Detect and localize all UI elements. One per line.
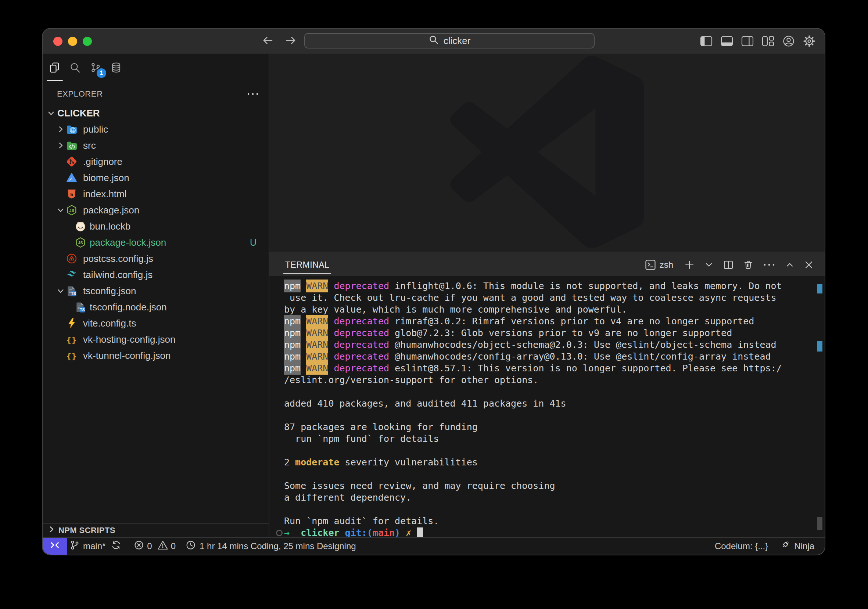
ninja-text: Ninja [794,541,814,551]
tailwind-icon [65,269,78,281]
terminal-line-9: /eslint.org/version-support for other op… [284,374,825,386]
tree-item-tailwind-config-js[interactable]: tailwind.config.js [43,267,269,283]
time-tracking-status-item[interactable]: 1 hr 14 mins Coding, 25 mins Designing [185,539,356,553]
tree-item-vk-hosting-config-json[interactable]: {}vk-hosting-config.json [43,331,269,348]
terminal-line-14: run `npm fund` for details [284,433,825,445]
terminal-icon [645,259,656,270]
tree-item-package-json[interactable]: JSpackage.json [43,202,269,218]
tree-root-clicker[interactable]: CLICKER [43,105,269,121]
tree-item-label: package.json [83,205,139,216]
svg-text:5: 5 [70,192,73,197]
plug-icon [780,539,791,553]
kill-terminal-icon[interactable] [743,260,753,270]
tab-terminal[interactable]: TERMINAL [285,260,329,270]
codeium-text: Codeium: {...} [715,541,768,551]
tree-item-label: vite.config.ts [83,318,136,329]
command-decoration-dot[interactable] [276,530,283,536]
biome-icon [65,172,78,184]
tree-item-label: public [83,124,108,135]
terminal-cursor [417,527,423,537]
terminal-line-8: npm WARN deprecated eslint@8.57.1: This … [284,363,825,374]
split-terminal-icon[interactable] [723,260,733,270]
tree-item-tsconfig-node-json[interactable]: TStsconfig.node.json [43,299,269,315]
git-icon [65,156,78,167]
close-window-button[interactable] [53,37,62,46]
editor-and-panel: TERMINAL zsh npm WARN deprecated infligh… [270,54,825,537]
postcss-icon [65,253,78,264]
toggle-secondary-sidebar-icon[interactable] [741,36,754,46]
tree-item-biome-json[interactable]: biome.json [43,170,269,186]
tree-item-label: tsconfig.node.json [90,301,167,313]
activity-bar-item-database[interactable] [110,62,122,74]
tree-item-index-html[interactable]: 5index.html [43,186,269,202]
explorer-header: EXPLORER [43,83,269,105]
terminal-dropdown-icon[interactable] [704,260,714,270]
file-tree: CLICKERpublicsrc.gitignorebiome.json5ind… [43,105,269,364]
tree-item-tsconfig-json[interactable]: TStsconfig.json [43,283,269,299]
warnings-count: 0 [171,541,176,551]
titlebar[interactable]: clicker [43,29,825,54]
toggle-panel-icon[interactable] [721,36,733,46]
node-icon: JS [65,204,78,216]
maximize-panel-icon[interactable] [785,260,795,270]
terminal-shell-selector[interactable]: zsh [645,259,673,270]
vscode-watermark-logo [451,56,644,250]
tree-item-vite-config-ts[interactable]: vite.config.ts [43,315,269,331]
terminal-line-15 [284,445,825,457]
terminal-line-10 [284,386,825,398]
tree-item-package-lock-json[interactable]: JSpackage-lock.jsonU [43,234,269,250]
zoom-window-button[interactable] [83,37,92,46]
svg-text:TS: TS [80,308,85,312]
terminal-output[interactable]: npm WARN deprecated inflight@1.0.6: This… [270,276,825,537]
npm-scripts-section[interactable]: NPM SCRIPTS [43,523,269,537]
git-branch-icon [70,539,80,553]
remote-indicator[interactable] [43,538,67,555]
command-center-search[interactable]: clicker [304,33,595,48]
activity-bar-item-explorer[interactable] [48,62,60,74]
terminal-line-20 [284,504,825,515]
customize-layout-icon[interactable] [762,36,774,46]
new-terminal-icon[interactable] [684,260,694,270]
editor-area[interactable] [270,54,825,252]
terminal-line-16: 2 moderate severity vulnerabilities [284,457,825,468]
tree-item-postcss-config-js[interactable]: postcss.config.js [43,250,269,267]
panel-header: TERMINAL zsh [270,252,825,276]
terminal-line-21: Run `npm audit` for details. [284,515,825,527]
traffic-lights [53,29,92,54]
command-center-text: clicker [443,35,471,46]
minimize-window-button[interactable] [68,37,77,46]
braces-icon: {} [65,334,78,345]
problems-status-item[interactable]: 0 0 [133,539,176,553]
account-icon[interactable] [783,35,795,47]
status-bar: main* 0 0 1 hr 14 mins Coding, 25 mins D… [43,537,825,555]
terminal-line-19: a different dependency. [284,492,825,504]
terminal-line-5: npm WARN deprecated glob@7.2.3: Glob ver… [284,327,825,339]
activity-bar-item-search[interactable] [69,62,81,74]
codeium-status-item[interactable]: Codeium: {...} [715,541,768,551]
terminal-scrollbar-thumb[interactable] [817,517,822,530]
terminal-line-13: 87 packages are looking for funding [284,421,825,433]
tree-item-gitignore[interactable]: .gitignore [43,153,269,170]
sync-icon [111,539,122,553]
tree-item-bun-lockb[interactable]: bun.lockb [43,218,269,234]
chevron-down-icon [56,286,65,295]
terminal-more-actions-icon[interactable] [763,262,775,267]
ninja-status-item[interactable]: Ninja [780,539,814,553]
terminal-line-3: by a key value, which is much more compr… [284,304,825,315]
activity-bar-item-source-control[interactable]: 1 [90,62,101,74]
search-icon [69,62,81,75]
search-icon [428,34,439,47]
settings-gear-icon[interactable] [803,35,815,47]
files-icon [48,62,60,75]
close-panel-icon[interactable] [804,260,814,270]
tree-item-vk-tunnel-config-json[interactable]: {}vk-tunnel-config.json [43,348,269,364]
toggle-primary-sidebar-icon[interactable] [700,36,713,46]
vscode-window: clicker 1 EXPLORER CLICKERpublicsrc.giti… [42,28,825,555]
tree-item-src[interactable]: src [43,138,269,153]
svg-text:{}: {} [67,351,77,361]
navigate-forward-icon[interactable] [284,34,297,48]
explorer-more-actions-icon[interactable] [246,91,259,97]
navigate-back-icon[interactable] [262,34,274,48]
tree-item-public[interactable]: public [43,121,269,138]
branch-status-item[interactable]: main* [70,539,122,553]
